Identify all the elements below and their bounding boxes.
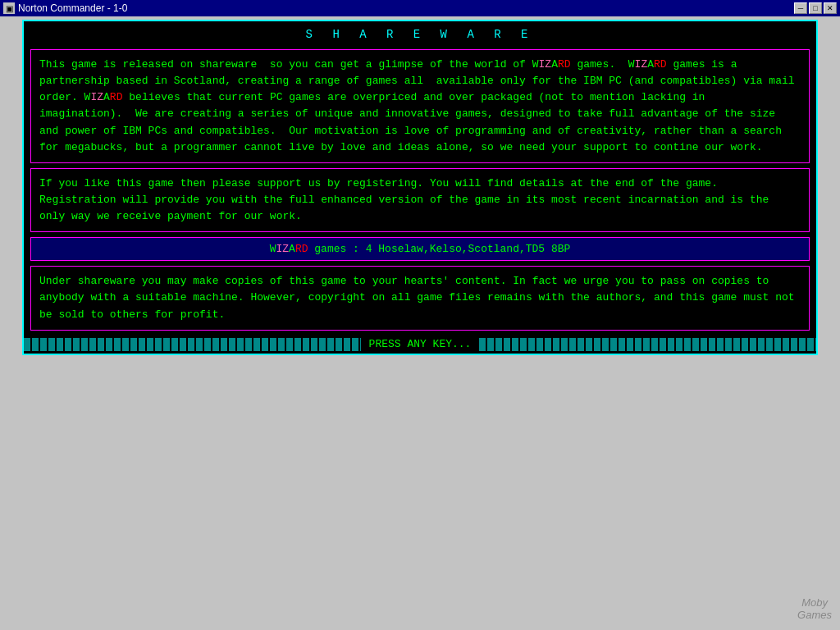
- right-block-pattern: [479, 338, 816, 351]
- section-1: This game is released on shareware so yo…: [30, 49, 810, 163]
- status-blocks-right: [479, 338, 816, 351]
- status-bar: PRESS ANY KEY...: [24, 336, 816, 354]
- moby-text: Moby: [797, 596, 832, 609]
- games-text: Games: [797, 609, 832, 622]
- left-block-pattern: [24, 338, 361, 351]
- section-3: Under shareware you may make copies of t…: [30, 266, 810, 330]
- press-any-key-text: PRESS ANY KEY...: [361, 338, 480, 350]
- status-blocks-left: [24, 338, 361, 351]
- shareware-heading: S H A R E W A R E: [24, 21, 816, 46]
- desktop: ▣ Norton Commander - 1-0 ─ □ ✕ S H A R E…: [0, 0, 840, 630]
- section-2-text: If you like this game then please suppor…: [39, 176, 801, 225]
- address-bar: WIZARD games : 4 Hoselaw,Kelso,Scotland,…: [30, 237, 810, 261]
- minimize-button[interactable]: ─: [794, 2, 807, 14]
- window-title: Norton Commander - 1-0: [18, 2, 127, 14]
- section-2: If you like this game then please suppor…: [30, 168, 810, 232]
- close-button[interactable]: ✕: [824, 2, 837, 14]
- dos-window: S H A R E W A R E This game is released …: [22, 20, 818, 355]
- section-3-text: Under shareware you may make copies of t…: [39, 273, 801, 322]
- title-bar-left: ▣ Norton Commander - 1-0: [3, 2, 127, 14]
- maximize-button[interactable]: □: [809, 2, 822, 14]
- title-bar-buttons: ─ □ ✕: [794, 2, 837, 14]
- section-1-text: This game is released on shareware so yo…: [39, 57, 801, 156]
- title-bar: ▣ Norton Commander - 1-0 ─ □ ✕: [0, 0, 840, 16]
- moby-watermark: Moby Games: [797, 596, 832, 622]
- app-icon: ▣: [3, 2, 15, 14]
